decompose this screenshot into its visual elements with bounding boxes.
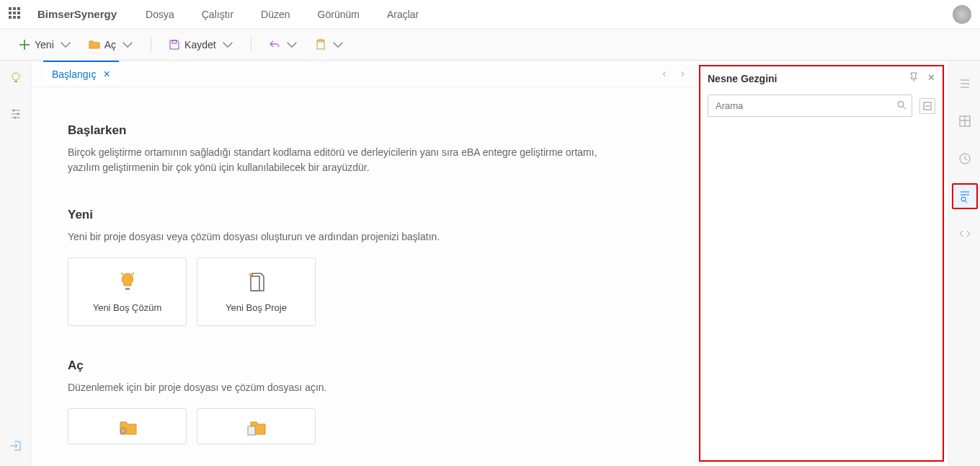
undo-button[interactable] [263,36,303,53]
main-area: Başlangıç × ‹ › Başlarken Birçok gelişti… [32,61,699,466]
main-menu: Dosya Çalıştır Düzen Görünüm Araçlar [146,9,419,20]
clipboard-button[interactable] [309,36,349,53]
new-solution-card[interactable]: Yeni Boş Çözüm [68,258,187,326]
object-explorer-panel: Nesne Gezgini ✕ [699,65,944,462]
separator [151,37,151,53]
search-input-wrap [708,94,912,117]
menu-view[interactable]: Görünüm [318,9,360,20]
tab-prev-icon[interactable]: ‹ [662,67,666,80]
open-project-card[interactable] [197,408,316,444]
workspace: Başlangıç × ‹ › Başlarken Birçok gelişti… [0,61,980,466]
svg-point-5 [17,113,19,115]
chevron-down-icon [332,39,344,50]
close-tab-icon[interactable]: × [103,69,110,80]
chevron-down-icon [286,39,298,50]
folder-bulb-icon [116,416,139,439]
svg-rect-0 [172,40,177,43]
card-label: Yeni Boş Proje [226,302,287,313]
login-icon[interactable] [9,439,23,453]
right-tool-strip [948,61,980,466]
svg-point-4 [12,110,14,112]
svg-rect-8 [248,426,255,435]
tab-label: Başlangıç [52,69,96,80]
chevron-down-icon [222,39,233,50]
save-icon [169,39,180,50]
save-button-label: Kaydet [184,39,216,50]
chevron-down-icon [122,39,133,50]
new-project-card[interactable]: Yeni Boş Proje [197,258,316,326]
toolbar: Yeni Aç Kaydet [0,29,980,61]
new-file-icon [245,271,268,294]
top-bar: BimserSynergy Dosya Çalıştır Düzen Görün… [0,0,980,29]
chevron-down-icon [60,39,71,50]
clipboard-icon [315,39,326,50]
tab-next-icon[interactable]: › [681,67,685,80]
new-cards: Yeni Boş Çözüm Yeni Boş Proje [68,258,663,326]
sliders-icon[interactable] [9,107,23,121]
open-desc: Düzenlemek için bir proje dosyası ve çöz… [68,380,615,395]
menu-tools[interactable]: Araçlar [387,9,419,20]
tab-nav: ‹ › [662,67,699,80]
app-name: BimserSynergy [37,8,117,20]
app-launcher-icon[interactable] [9,7,23,22]
search-row [700,90,943,121]
open-cards [68,408,663,444]
save-button[interactable]: Kaydet [163,36,239,53]
open-button[interactable]: Aç [83,36,139,53]
open-title: Aç [68,359,663,373]
tabs-row: Başlangıç × ‹ › [32,61,699,87]
lightbulb-icon[interactable] [9,71,23,85]
table-icon[interactable] [952,108,978,134]
object-explorer-title: Nesne Gezgini [708,73,777,84]
object-search-input[interactable] [708,94,912,117]
new-button-label: Yeni [35,39,54,50]
left-tool-strip [0,61,32,466]
close-icon[interactable]: ✕ [927,72,935,84]
code-icon[interactable] [952,221,978,247]
tab-start[interactable]: Başlangıç × [43,61,119,87]
history-icon[interactable] [952,146,978,172]
menu-file[interactable]: Dosya [146,9,174,20]
collapse-all-button[interactable] [919,98,935,114]
start-content: Başlarken Birçok geliştirme ortamının sa… [32,87,699,466]
folder-icon [89,39,100,50]
new-desc: Yeni bir proje dosyası veya çözüm dosyas… [68,229,615,245]
getting-started-desc: Birçok geliştirme ortamının sağladığı st… [68,145,615,175]
getting-started-title: Başlarken [68,123,663,138]
menu-edit[interactable]: Düzen [261,9,290,20]
open-button-label: Aç [104,39,116,50]
card-label: Yeni Boş Çözüm [93,302,162,313]
folder-file-icon [245,416,268,439]
object-explorer-icon[interactable] [952,183,978,209]
pin-icon[interactable] [909,72,919,84]
new-title: Yeni [68,208,663,222]
svg-point-6 [14,117,16,119]
properties-icon[interactable] [952,71,978,97]
svg-point-3 [12,73,19,80]
lightbulb-icon [116,271,139,294]
user-avatar[interactable] [953,5,971,24]
plus-icon [19,39,30,50]
separator [251,37,251,53]
new-button[interactable]: Yeni [13,36,77,53]
undo-icon [269,39,280,50]
open-solution-card[interactable] [68,408,187,444]
menu-run[interactable]: Çalıştır [202,9,233,20]
object-explorer-header: Nesne Gezgini ✕ [700,66,943,90]
